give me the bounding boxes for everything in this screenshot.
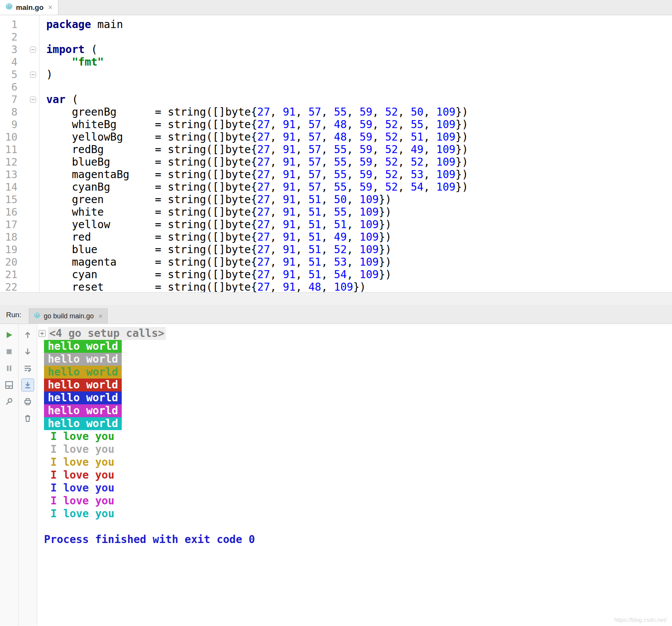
scroll-to-end-button[interactable] [21,379,34,391]
hello-world-text: hello world [44,353,122,366]
i-love-you-text: I love you [44,507,115,520]
line-number: 20 [0,256,17,268]
code-line [46,81,672,93]
go-setup-calls-line: <4 go setup calls> [39,327,672,340]
editor-run-splitter[interactable] [0,292,672,305]
print-button[interactable] [21,395,34,408]
i-love-you-text: I love you [44,443,115,455]
scroll-to-end-icon [23,380,33,390]
i-love-you-text: I love you [44,495,115,507]
line-number: 5 [0,68,17,81]
fold-gutter-cell [20,156,39,168]
code-line: package main [46,18,672,31]
pause-button[interactable] [3,362,16,375]
fold-close-icon[interactable] [30,72,36,78]
fold-open-icon[interactable] [30,97,36,103]
editor-tabbar: main.go × [0,0,672,15]
code-line: blue = string([]byte{27, 91, 51, 52, 109… [46,243,672,256]
code-line: magentaBg = string([]byte{27, 91, 57, 55… [46,168,672,181]
fold-gutter-cell [20,118,39,131]
i-love-you-line-green: I love you [44,430,672,443]
hello-world-text: hello world [44,391,122,404]
editor-tab-main-go[interactable]: main.go × [0,0,58,15]
line-number: 14 [0,181,17,193]
line-number: 10 [0,131,17,143]
hello-world-line-yellow: hello world [44,366,672,379]
fold-gutter-cell [20,143,39,156]
line-number: 18 [0,231,17,243]
fold-gutter-cell [20,18,39,31]
code-line: ) [46,68,672,81]
code-line: white = string([]byte{27, 91, 51, 55, 10… [46,206,672,218]
i-love-you-block: I love youI love youI love youI love you… [39,430,672,520]
close-icon[interactable]: × [48,3,53,12]
soft-wrap-button[interactable] [21,362,34,375]
fold-gutter-cell [20,243,39,256]
code-line: cyanBg = string([]byte{27, 91, 57, 55, 5… [46,181,672,193]
line-number: 22 [0,281,17,292]
hello-world-text: hello world [44,404,122,417]
code-line: redBg = string([]byte{27, 91, 57, 55, 59… [46,143,672,156]
fold-gutter-cell [20,31,39,43]
run-tab-title: go build main.go [44,312,94,320]
run-panel-label: Run: [0,311,29,324]
fold-gutter-cell [20,231,39,243]
line-number: 12 [0,156,17,168]
code-line: whiteBg = string([]byte{27, 91, 57, 48, … [46,118,672,131]
pin-button[interactable] [3,395,16,408]
i-love-you-line-yellow: I love you [44,456,672,469]
gopher-icon [34,312,41,321]
run-button[interactable] [3,329,16,341]
up-button[interactable] [21,329,34,341]
i-love-you-line-cyan: I love you [44,507,672,520]
line-number: 4 [0,56,17,68]
hello-world-line-red: hello world [44,379,672,391]
fold-gutter-cell [20,193,39,206]
code-line: magenta = string([]byte{27, 91, 51, 53, … [46,256,672,268]
line-number: 15 [0,193,17,206]
down-button[interactable] [21,345,34,358]
code-line: greenBg = string([]byte{27, 91, 57, 55, … [46,106,672,118]
run-toolbar-primary [0,324,19,626]
hello-world-line-magenta: hello world [44,404,672,417]
line-number: 3 [0,43,17,56]
close-icon[interactable]: × [98,312,103,321]
fold-gutter-cell [20,181,39,193]
trash-icon [23,413,33,423]
code-line: cyan = string([]byte{27, 91, 51, 54, 109… [46,268,672,281]
code-editor[interactable]: 12345678910111213141516171819202122 pack… [0,15,672,292]
fold-gutter-cell [20,68,39,81]
expand-plus-icon[interactable] [39,330,46,337]
editor-code[interactable]: package mainimport ( "fmt")var ( greenBg… [39,15,672,292]
line-number: 16 [0,206,17,218]
run-tab-go-build[interactable]: go build main.go × [29,308,108,324]
trash-button[interactable] [21,412,34,425]
run-header: Run: go build main.go × [0,305,672,324]
hello-world-line-cyan: hello world [44,417,672,430]
fold-open-icon[interactable] [30,47,36,53]
i-love-you-text: I love you [44,430,115,443]
down-icon [23,347,33,357]
code-line: "fmt" [46,56,672,68]
hello-world-text: hello world [44,340,122,353]
code-line [46,31,672,43]
editor-fold-gutter [20,15,39,292]
stop-button[interactable] [3,345,16,358]
restore-layout-button[interactable] [3,379,16,391]
fold-gutter-cell [20,131,39,143]
code-line: yellow = string([]byte{27, 91, 51, 51, 1… [46,218,672,231]
i-love-you-line-white: I love you [44,443,672,456]
code-line: blueBg = string([]byte{27, 91, 57, 55, 5… [46,156,672,168]
process-finished-line: Process finished with exit code 0 [44,533,672,546]
code-line: import ( [46,43,672,56]
fold-gutter-cell [20,168,39,181]
run-icon [4,330,14,340]
hello-world-line-green: hello world [44,340,672,353]
i-love-you-line-red: I love you [44,469,672,482]
run-panel: <4 go setup calls> hello worldhello worl… [0,324,672,626]
pin-icon [4,397,14,407]
pause-icon [4,363,14,373]
editor-tab-title: main.go [16,3,44,12]
line-number: 2 [0,31,17,43]
fold-gutter-cell [20,93,39,106]
